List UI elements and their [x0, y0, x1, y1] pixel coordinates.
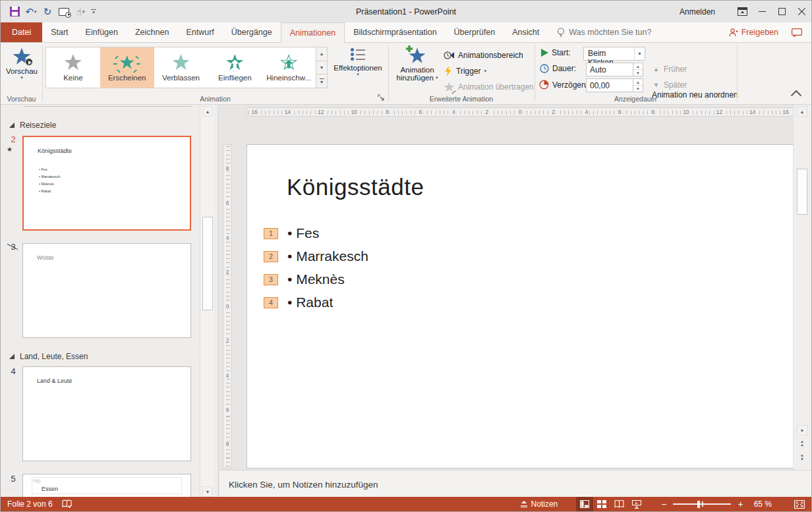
notes-placeholder[interactable]: Klicken Sie, um Notizen hinzuzufügen [229, 480, 378, 490]
notes-toggle-button[interactable]: Notizen [521, 499, 558, 509]
sign-in-link[interactable]: Anmelden [680, 7, 715, 16]
fit-slide-to-window-button[interactable] [794, 500, 805, 509]
animation-pane-label: Animationsbereich [458, 51, 523, 60]
tab-start[interactable]: Start [42, 22, 76, 42]
slideshow-view-button[interactable] [628, 497, 645, 511]
close-button[interactable] [792, 1, 811, 22]
gallery-more-button[interactable]: ▼ [316, 74, 327, 88]
slide-2-animation-indicator-icon[interactable]: ★ [7, 146, 13, 153]
undo-dropdown-icon[interactable]: ▾ [34, 9, 37, 14]
section-header-land-leute-essen[interactable]: Land, Leute, Essen [9, 352, 88, 361]
animation-pane-icon [444, 51, 455, 60]
tab-bildschirmpraesentation[interactable]: Bildschirmpräsentation [345, 22, 445, 42]
slide-indicator[interactable]: Folie 2 von 6 [7, 499, 53, 509]
collapse-ribbon-button[interactable] [790, 88, 802, 98]
tab-einfuegen[interactable]: Einfügen [77, 22, 127, 42]
notes-pane[interactable]: Klicken Sie, um Notizen hinzuzufügen [219, 470, 811, 498]
delay-down-button[interactable]: ▼ [633, 86, 643, 92]
tab-entwurf[interactable]: Entwurf [177, 22, 222, 42]
animation-einfliegen[interactable]: Einfliegen [208, 47, 262, 88]
delay-up-button[interactable]: ▲ [633, 79, 643, 86]
duration-down-button[interactable]: ▼ [633, 70, 643, 76]
animation-erscheinen[interactable]: Erscheinen [100, 47, 154, 88]
tab-uebergaenge[interactable]: Übergänge [223, 22, 281, 42]
animation-keine[interactable]: Keine [46, 47, 100, 88]
spellcheck-button[interactable] [62, 499, 72, 509]
start-select[interactable]: Beim Klicken ▼ [583, 47, 645, 61]
redo-button[interactable]: ↻ [42, 5, 53, 19]
slide-3-thumbnail[interactable]: Wüste [22, 243, 191, 338]
delay-input[interactable] [586, 78, 633, 92]
tab-animationen[interactable]: Animationen [281, 22, 345, 43]
start-dropdown-icon[interactable]: ▼ [634, 47, 645, 60]
appear-star-icon [118, 54, 136, 71]
ruler-label: 2 [484, 109, 490, 116]
animation-verblassen[interactable]: Verblassen [154, 47, 208, 88]
previous-slide-button[interactable]: ▲▲ [797, 438, 807, 449]
tab-ueberpruefen[interactable]: Überprüfen [446, 22, 504, 42]
thumbnail-scroll-up-icon[interactable]: ▲ [202, 106, 213, 117]
slide-sorter-view-button[interactable] [593, 497, 610, 511]
animation-order-badge[interactable]: 4 [264, 297, 278, 308]
slide-1-partial-edge [24, 106, 191, 107]
animation-order-badge[interactable]: 1 [264, 228, 278, 239]
next-slide-button[interactable]: ▼▼ [797, 453, 807, 463]
save-button[interactable] [9, 5, 20, 19]
editor-scroll-up-icon[interactable]: ▲ [797, 106, 807, 117]
zoom-slider-thumb[interactable] [697, 501, 700, 508]
thumbnail-scroll-down-icon[interactable]: ▼ [202, 486, 213, 497]
window-title: Präsentation1 - PowerPoint [356, 7, 456, 16]
effect-options-button[interactable]: Effektoptionen ▾ [330, 47, 386, 77]
minimize-button[interactable] [752, 1, 772, 22]
trigger-button[interactable]: Trigger ▾ [444, 65, 486, 78]
preview-label: Vorschau [6, 67, 38, 75]
duration-input[interactable] [586, 63, 633, 76]
editor-scroll-down-icon[interactable]: ▼ [797, 425, 807, 436]
animation-pane-button[interactable]: Animationsbereich [444, 49, 523, 62]
add-animation-button[interactable]: Animation hinzufügen▾ [393, 47, 441, 82]
tell-me-box[interactable]: Was möchten Sie tun? [557, 22, 651, 42]
zoom-slider[interactable] [673, 503, 731, 505]
normal-view-button[interactable] [576, 497, 593, 511]
undo-button[interactable]: ↶▾ [25, 5, 37, 19]
animation-order-badge[interactable]: 2 [264, 251, 278, 262]
ruler-label: 8 [223, 441, 231, 447]
customize-qat-button[interactable]: ▾ [91, 9, 96, 14]
animation-order-badge[interactable]: 3 [264, 274, 278, 285]
touch-mode-dropdown-icon[interactable]: ▾ [82, 9, 85, 14]
animation-hineinschweben[interactable]: Hineinschw... [262, 47, 316, 88]
tab-ansicht[interactable]: Ansicht [504, 22, 548, 42]
preview-button[interactable]: Vorschau ▾ [6, 47, 38, 80]
slide-canvas[interactable]: Königsstädte 1 • Fes 2 • Marrakesch 3 • … [246, 144, 794, 469]
slide-4-thumbnail[interactable]: Land & Leute [22, 366, 191, 461]
ruler-label: 10 [349, 109, 358, 116]
thumbnail-scrollbar[interactable]: ▲ ▼ [200, 105, 214, 498]
ribbon-display-options-button[interactable] [732, 1, 752, 22]
slide-sorter-icon [597, 500, 606, 508]
zoom-in-button[interactable]: + [738, 499, 743, 509]
maximize-button[interactable] [772, 1, 792, 22]
touch-mouse-mode-button[interactable]: ☝▾ [74, 5, 86, 19]
section-header-reiseziele[interactable]: Reiseziele [9, 121, 56, 130]
statusbar-right: Notizen − + 65 % [521, 497, 811, 511]
duration-up-button[interactable]: ▲ [633, 63, 643, 70]
gallery-scroll-up-button[interactable]: ▲ [316, 47, 327, 61]
gallery-scroll-down-button[interactable]: ▼ [316, 61, 327, 75]
reading-view-button[interactable] [610, 497, 628, 511]
comments-button[interactable] [792, 28, 802, 37]
start-from-beginning-button[interactable] [58, 5, 70, 19]
thumbnail-scroll-thumb[interactable] [202, 217, 213, 310]
tab-zeichnen[interactable]: Zeichnen [127, 22, 177, 42]
share-button[interactable]: Freigeben [729, 28, 778, 37]
zoom-percentage[interactable]: 65 % [754, 499, 772, 509]
horizontal-ruler: 1614121086420246810121416 [246, 107, 794, 117]
editor-scroll-thumb[interactable] [797, 169, 807, 215]
duration-clock-icon [540, 64, 549, 73]
slide-title[interactable]: Königsstädte [287, 174, 424, 200]
trigger-label: Trigger [456, 67, 481, 76]
zoom-out-button[interactable]: − [661, 499, 666, 509]
editor-scrollbar[interactable]: ▲ ▼ ▲▲ ▼▼ [793, 105, 811, 470]
slide-2-thumbnail[interactable]: Königsstädte • Fes • Marrakesch • Meknès… [22, 136, 191, 231]
tab-datei[interactable]: Datei [1, 22, 42, 42]
slide-5-thumbnail[interactable]: http Essen [22, 474, 191, 498]
